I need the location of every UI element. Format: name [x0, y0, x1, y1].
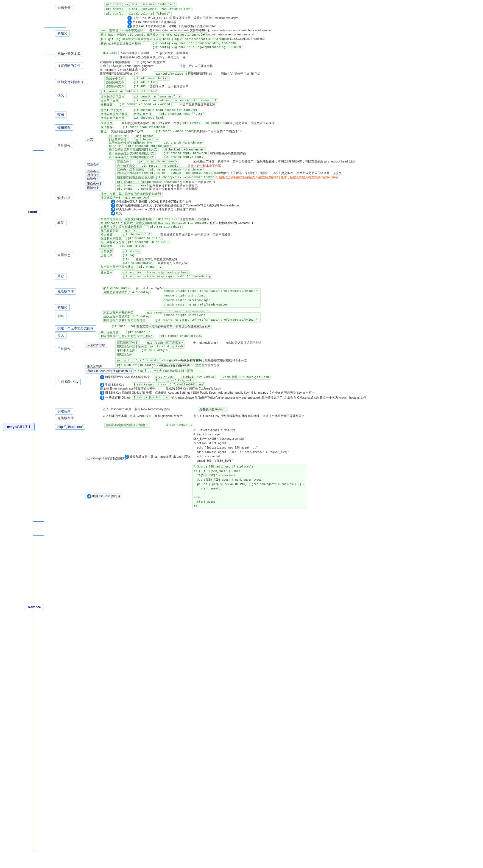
b-empty2-git: git branch empty2 empty [162, 155, 205, 159]
init-bash1-desc: 在 Git\etc\git-completion bash 文件中添加一行 al… [148, 28, 273, 33]
resolve-conflict: 解决冲突 [55, 195, 73, 201]
m-cmd1-git: git merge <branchname> [137, 159, 179, 164]
um-reset-git: git reset --hard head** [154, 129, 197, 133]
r-create-bare: 创建一个无本地分支的库 [55, 325, 96, 332]
remote-section: Remote [25, 604, 44, 610]
r-github-ssh-cmd: $ ssh-keygen -p [165, 423, 194, 427]
r-fetch-heading: 从远程库获取 [85, 343, 107, 348]
r-clone-config-detail: remote.origin.fetch=+refs/heads/*:refs/r… [162, 288, 261, 308]
r-restart-bash: 4重启 Git Bash 控制台 [85, 494, 122, 499]
rc-tip5: 4提交 [110, 211, 123, 216]
root-node: msysGit1.7.1 [3, 423, 35, 431]
r-branch: 分支 [55, 332, 66, 338]
commit-tip4: 不会产生新的提交历史记录 [179, 102, 217, 107]
checkout-2a-git: git checkout head "*.txt" [159, 112, 206, 116]
t-delete-git: git tag -d 1.0 [118, 244, 146, 248]
cp-git: git cherry-pick --no-commit fd62b6 [154, 175, 216, 180]
r-ssh-step1-cmd3: ~/ssh 就是 C:\Users\jzfi.ssh [220, 375, 270, 380]
cs-all-branch-git: git branch -v [137, 265, 163, 269]
commit-cmd4-git: git commit -C head -a --amend [118, 102, 172, 106]
other-archive-git2: git archive --format=zip --prefix=b1.0/ … [121, 274, 212, 279]
um-revert-git: git revert --no-commit head [181, 121, 231, 125]
r-alias-delete-git: git remote rm <别名> [154, 318, 191, 323]
r-github-url: http://github.com/ [55, 424, 85, 430]
r-init: 初始化 [55, 304, 70, 310]
t-specific-git: git tag 1.14e8b165 [148, 224, 183, 229]
um-reset-desc: 复位到最近的前N个版本 [110, 129, 145, 134]
init-heading: 初始化 [55, 30, 70, 36]
r-ssh-step3-detail: 点击键盘 Account Settings | SSH Public Keys … [154, 390, 291, 395]
b-empty-tip: 用来准备第小历史提展界面 [209, 151, 247, 156]
check-status: 查看状态 [55, 252, 73, 258]
cs-log: 历史记录 [99, 253, 114, 258]
r-pull-2-tip: 命令于手动从远程库拷贝，然后使整实现起获取和各个分支 [168, 358, 248, 363]
r-create-new: 创建新库 [55, 408, 73, 414]
r-create-new-free: 免费的只能 Public！ [198, 407, 228, 412]
merge-sub: 普通合并 [85, 162, 101, 167]
r-fetch-tip2: origin 是远程库追踪的别名 [225, 340, 263, 345]
init-new-cmd: git init [101, 51, 119, 55]
init-bash2-detail: set output-meta on set convert-meta off [201, 32, 255, 36]
db-tip2: 即使分支没有有被合并给出强制删除 [148, 187, 199, 191]
r-clone: 克隆版本库 [55, 288, 76, 294]
um-revert-tip: 相当于提交最近一次提交的逆向操作 [225, 121, 276, 125]
cp-warn: ⚠ 如果此合并的提交的修改文件是出新已编辑2个版本，数据会出错具有真实操作的审计… [214, 175, 297, 180]
gv-cmd3: git config --global color.ui "always" [104, 11, 172, 16]
gv-cmd1: git config --global user.name "zahaufan" [104, 2, 177, 7]
r-ssh-gen: 生成 SSH Key [55, 379, 81, 385]
cs-all-branch: 每个分支最后的提交状态 [99, 265, 135, 270]
tags-heading: 标签 [55, 220, 66, 226]
daily-ops: 日常操作 [55, 143, 73, 149]
ci-tip3: 可使用正则表达式 [187, 71, 213, 76]
ci-desc3: 设置否则有对忽略规则的文件 [99, 71, 140, 76]
r-clone-github-step: 走入刚建的版本库、点击 Clone 按钮，复制 git clone 命令后 [101, 414, 184, 418]
add-files: 添加文件到版本库 [55, 79, 86, 85]
r-bash-start: 启动 Git Bash 控制台 (git bash &) [85, 368, 134, 374]
r-clone-config: 克隆之后自动添加了 4 个config [101, 290, 151, 295]
cherry-pick: 精选合并 [85, 176, 101, 181]
r-ssh-agent: 让 ssh-agent 替我们记住密码 [85, 456, 128, 461]
r-push-git: git push origin master [115, 363, 157, 367]
r-github-ssh-key-gen: 把自己特定的密钥添加在键盘上 [104, 423, 150, 428]
r-ssh-step4-tip: 输入 passphrase 后(如果有的话)You've successfull… [170, 395, 307, 400]
branch-sub: 分支 [85, 137, 95, 142]
r-push-tip: 注意：远程库的 master 不能是当前当前分支 [159, 363, 221, 368]
r-ssh-step1-cmd4: $ cp id_rsa* key_backup [154, 378, 197, 383]
r-ssh-agent-step: 3修改配置文件，让 ssh-agent 随 git bash 启动 [124, 454, 191, 459]
global-var-heading: 全局变量 [55, 5, 73, 11]
r-branch-prune: 删除远程库中已标记跟踪分支中已标记 [99, 334, 153, 339]
r-bash-cmd: $ cd ~/ssh [143, 368, 163, 373]
commit-cmd1: git commit -m "add all txt files" [99, 89, 159, 94]
r-alias-delete: 删除远程库别名和相关追踪分支 [101, 318, 147, 323]
r-clone-github: 克隆版本库 [55, 415, 76, 422]
r-create-bare-tip: 在在某某一共同的中央简单，非常适合创建框框 bare 库 [134, 324, 212, 329]
db-git2: git branch -D new2 [115, 187, 150, 191]
af-tip3: 也包括目录、但不包括空目录 [148, 84, 190, 89]
um-reset: 复位 [99, 129, 108, 134]
commit-cmd4: 修补提交 [99, 102, 114, 107]
delete-branch: 删除分支 [85, 185, 101, 190]
checkout-heading: 撤销 [55, 111, 66, 118]
r-ssh-step4: 4一 验证链接 Github [99, 395, 132, 400]
um-cancel-git: git reset head <filename> [121, 125, 168, 129]
t-checkout-tip: 查看标签相关前提的版本 操作的历法，但是不能修改 [159, 232, 232, 237]
undo-modify: 撤销修改 [55, 124, 73, 131]
checkout-3-git: git checkout head. [132, 116, 166, 120]
r-ssh-step3: 3用 SSH Key 添加到 GitHub 第 步骤 [99, 390, 153, 395]
rc-tip4: 3解决之后再.gitignore .org文件（冲突解决之后删除这个软件） [110, 207, 199, 212]
t-contacts-tip: 也可以把标签命名为 Contact/1.1 [209, 221, 254, 225]
ci-tip3-note: 例如 *.{a} 等价于 "*.a" 和 "*.a" [220, 71, 262, 76]
cp-desc: 精选提交的在之前记录为提交 [115, 175, 158, 180]
af-cmd3-git: git add . [132, 84, 151, 88]
checkout-3: 撤销向来所有文件 [99, 116, 126, 121]
m-tip1: 如果发生了冲突、就停下来，若不自动修改了，如果项处错多，不想立即解析冲突，可以直… [192, 159, 302, 164]
ci-tip1-note: 注意：后右左不要有空格 [179, 64, 214, 68]
init-new-repo: 初始化新版本库 [55, 51, 83, 57]
r-branch-prune-git: git remote prune origin. [159, 334, 204, 338]
r-ssh-step4-cmd: $ ssh git@github.com [132, 395, 170, 400]
r-clone-github-tip: 点击 Git Read-Only 找到可以取到的远程库的地址、钢铁这个地址后就不… [192, 414, 275, 418]
t-delete: 删除标签 [99, 244, 114, 249]
selm-tip: 为何个人开发不一个新的分，需要在一分布上提交多次，并发完成之后周压缩合并一次提交 [220, 171, 302, 176]
other-heading: 其它 [55, 273, 66, 279]
init-bash4-cmd2: git config --global i18n.logoutputencodi… [151, 45, 242, 50]
